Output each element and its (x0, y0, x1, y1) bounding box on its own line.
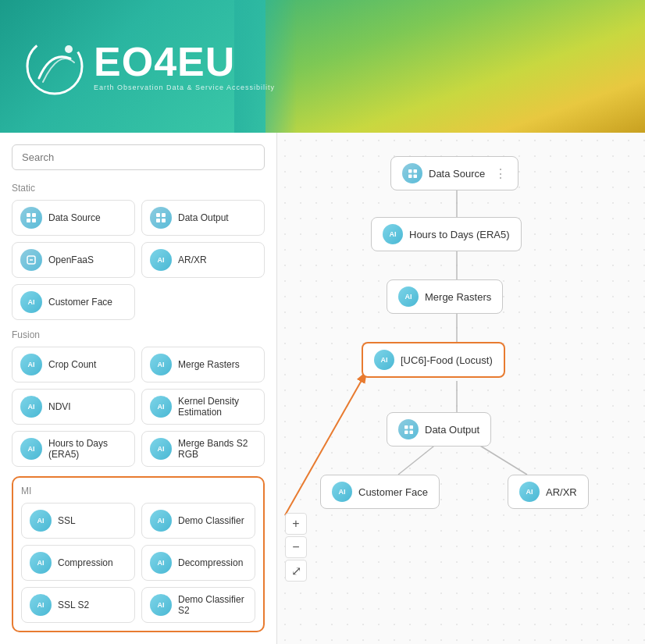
flow-data-source-dots[interactable]: ⋮ (494, 166, 507, 181)
flow-hours-to-days-label: Hours to Days (ERA5) (409, 229, 510, 240)
logo-area: EO4EU Earth Observation Data & Service A… (0, 35, 275, 98)
zoom-out-button[interactable]: − (285, 536, 307, 558)
svg-line-17 (476, 443, 527, 475)
flow-node-uc6-food[interactable]: AI [UC6]-Food (Locust) (362, 342, 505, 378)
sidebar-item-data-source[interactable]: Data Source (12, 200, 135, 236)
arxr-label: AR/XR (178, 254, 207, 265)
flow-customer-face-icon: AI (332, 482, 352, 502)
svg-rect-7 (162, 213, 166, 217)
hours-to-days-label: Hours to Days (ERA5) (48, 438, 127, 460)
sidebar-item-data-output[interactable]: Data Output (141, 200, 265, 236)
static-items-grid: Data Source Data Output OpenFaaS AI AR/X… (12, 200, 265, 320)
flow-merge-rasters-icon: AI (398, 286, 419, 307)
flow-node-arxr-bottom[interactable]: AI AR/XR (508, 475, 589, 509)
search-input[interactable] (12, 144, 265, 170)
svg-rect-23 (413, 174, 417, 178)
flow-hours-to-days-icon: AI (383, 224, 403, 244)
flow-data-output-label: Data Output (425, 424, 479, 436)
sidebar-item-ssl[interactable]: AI SSL (21, 503, 135, 539)
demo-classifier-s2-label: Demo Classifier S2 (178, 594, 247, 616)
svg-line-16 (398, 443, 437, 475)
flow-node-customer-face-bottom[interactable]: AI Customer Face (320, 475, 440, 509)
sidebar-item-crop-count[interactable]: AI Crop Count (12, 347, 135, 382)
flow-uc6-icon: AI (374, 350, 394, 370)
logo-subtitle: Earth Observation Data & Service Accessi… (94, 84, 275, 91)
mi-items-grid: AI SSL AI Demo Classifier AI Compression… (21, 503, 255, 623)
flow-merge-rasters-label: Merge Rasters (425, 291, 491, 303)
merge-rasters-label: Merge Rasters (178, 359, 240, 370)
arxr-icon: AI (150, 249, 172, 271)
kernel-density-label: Kernel Density Estimation (178, 396, 256, 418)
flow-customer-face-label: Customer Face (358, 486, 428, 498)
hours-to-days-icon: AI (20, 438, 42, 460)
flow-svg (277, 133, 645, 644)
flow-node-merge-rasters[interactable]: AI Merge Rasters (387, 279, 503, 314)
sidebar-item-ndvi[interactable]: AI NDVI (12, 389, 135, 425)
sidebar-item-kernel-density[interactable]: AI Kernel Density Estimation (141, 389, 265, 425)
fusion-items-grid: AI Crop Count AI Merge Rasters AI NDVI A… (12, 347, 265, 467)
decompression-icon: AI (150, 552, 172, 574)
canvas-area: Data Source ⋮ AI Hours to Days (ERA5) AI… (277, 133, 645, 644)
svg-rect-6 (156, 213, 160, 217)
main-layout: Static Data Source Data Output (0, 133, 645, 644)
crop-count-label: Crop Count (48, 359, 96, 370)
merge-bands-label: Merge Bands S2 RGB (178, 438, 256, 460)
svg-rect-9 (162, 219, 166, 222)
svg-point-0 (27, 39, 82, 94)
svg-rect-24 (404, 425, 408, 429)
flow-arxr-label: AR/XR (546, 486, 577, 498)
sidebar-item-compression[interactable]: AI Compression (21, 545, 135, 581)
compression-icon: AI (30, 552, 52, 574)
fusion-section-label: Fusion (12, 329, 265, 340)
sidebar-item-merge-bands[interactable]: AI Merge Bands S2 RGB (141, 431, 265, 467)
svg-rect-22 (408, 174, 412, 178)
kernel-density-icon: AI (150, 396, 172, 418)
sidebar-item-customer-face[interactable]: AI Customer Face (12, 284, 135, 320)
customer-face-label: Customer Face (48, 297, 112, 308)
sidebar-item-decompression[interactable]: AI Decompression (141, 545, 255, 581)
sidebar-item-hours-to-days[interactable]: AI Hours to Days (ERA5) (12, 431, 135, 467)
ssl-s2-icon: AI (30, 594, 52, 616)
flow-node-data-output[interactable]: Data Output (387, 412, 491, 447)
flow-data-source-icon (402, 163, 422, 183)
flow-node-hours-to-days[interactable]: AI Hours to Days (ERA5) (371, 217, 522, 251)
sidebar-item-openfaas[interactable]: OpenFaaS (12, 242, 135, 278)
flow-uc6-label: [UC6]-Food (Locust) (401, 354, 493, 366)
svg-rect-4 (27, 219, 30, 222)
customer-face-icon: AI (20, 291, 42, 313)
svg-rect-3 (32, 213, 36, 217)
logo-title: EO4EU (94, 41, 275, 82)
demo-classifier-s2-icon: AI (150, 594, 172, 616)
sidebar-item-ssl-s2[interactable]: AI SSL S2 (21, 587, 135, 623)
ndvi-label: NDVI (48, 401, 71, 412)
logo-text: EO4EU Earth Observation Data & Service A… (94, 41, 275, 91)
ndvi-icon: AI (20, 396, 42, 418)
compression-label: Compression (58, 557, 113, 568)
sidebar: Static Data Source Data Output (0, 133, 277, 644)
crop-count-icon: AI (20, 354, 42, 375)
fit-button[interactable]: ⤢ (285, 560, 307, 582)
logo-icon (23, 35, 86, 98)
flow-data-output-icon (398, 419, 419, 439)
merge-rasters-icon: AI (150, 354, 172, 375)
header: EO4EU Earth Observation Data & Service A… (0, 0, 645, 133)
sidebar-item-demo-classifier[interactable]: AI Demo Classifier (141, 503, 255, 539)
sidebar-item-arxr[interactable]: AI AR/XR (141, 242, 265, 278)
svg-point-1 (65, 45, 73, 53)
sidebar-item-merge-rasters[interactable]: AI Merge Rasters (141, 347, 265, 382)
svg-rect-27 (409, 430, 413, 434)
decompression-label: Decompression (178, 557, 243, 568)
svg-rect-26 (404, 430, 408, 434)
svg-rect-20 (408, 169, 412, 173)
flow-arxr-icon: AI (519, 482, 540, 502)
merge-bands-icon: AI (150, 438, 172, 460)
sidebar-item-demo-classifier-s2[interactable]: AI Demo Classifier S2 (141, 587, 255, 623)
demo-classifier-label: Demo Classifier (178, 515, 244, 526)
flow-data-source-label: Data Source (429, 168, 485, 180)
flow-node-data-source[interactable]: Data Source ⋮ (390, 156, 518, 190)
mi-section-label: MI (21, 486, 255, 496)
zoom-in-button[interactable]: + (285, 513, 307, 535)
openfaas-icon (20, 249, 42, 271)
data-output-icon (150, 207, 172, 229)
data-source-icon (20, 207, 42, 229)
